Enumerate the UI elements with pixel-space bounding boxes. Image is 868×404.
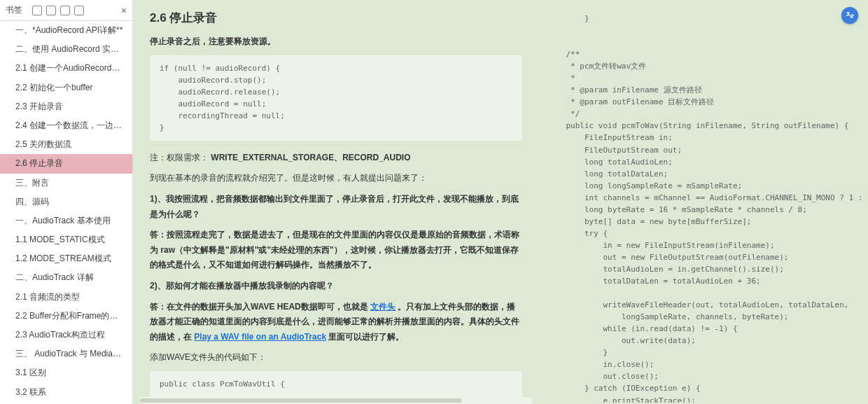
toc-item[interactable]: 二、使用 AudioRecord 实现录音，并...	[0, 40, 132, 59]
a2-pre: 答：在文件的数据开头加入WAVE HEAD数据即可，也就是	[150, 302, 368, 312]
scrollbar-thumb[interactable]	[140, 398, 462, 403]
a2-tail: 里面可以进行了解。	[328, 332, 404, 342]
right-code-column: } /** * pcm文件转wav文件 * * @param inFilenam…	[539, 0, 868, 404]
toc-item[interactable]: 2.2 初始化一个buffer	[0, 78, 132, 97]
perm-prefix: 注：权限需求：	[150, 153, 209, 162]
sidebar-title: 书签	[6, 4, 22, 16]
view-icon-4[interactable]	[74, 6, 84, 15]
answer-2: 答：在文件的数据开头加入WAVE HEAD数据即可，也就是 文件头 。只有加上文…	[150, 300, 522, 345]
toc-item[interactable]: 2.6 停止录音	[0, 154, 132, 173]
toc-item[interactable]: 1.2 MODE_STREAM模式	[0, 249, 132, 268]
translate-floating-button[interactable]	[841, 7, 858, 24]
sidebar-header: 书签 ×	[0, 0, 132, 21]
intro-qa: 到现在基本的录音的流程就介绍完了。但是这时候，有人就提出问题来了：	[150, 171, 522, 186]
toc-item[interactable]: 1.1 MODE_STATIC模式	[0, 230, 132, 249]
toc-item[interactable]: 三、 AudioTrack 与 MediaPlayer 的...	[0, 344, 132, 363]
question-1: 1)、我按照流程，把音频数据都输出到文件里面了，停止录音后，打开此文件，发现不能…	[150, 192, 522, 222]
section-heading: 2.6 停止录音	[150, 10, 522, 26]
add-wave-intro: 添加WAVE文件头的代码如下：	[150, 350, 522, 365]
toc-item[interactable]: 2.1 创建一个AudioRecord对象	[0, 59, 132, 78]
toc-item[interactable]: 3.2 联系	[0, 383, 132, 402]
code-stop-record: if (null != audioRecord) { audioRecord.s…	[150, 55, 522, 141]
article-column: 2.6 停止录音 停止录音之后，注意要释放资源。 if (null != aud…	[133, 0, 539, 404]
toc-item[interactable]: 2.4 创建一个数据流，一边从AudioRe...	[0, 116, 132, 135]
toc-item[interactable]: 二、AudioTrack 详解	[0, 268, 132, 287]
toc-item[interactable]: 3.1 区别	[0, 363, 132, 382]
stop-intro: 停止录音之后，注意要释放资源。	[150, 34, 522, 50]
close-icon[interactable]: ×	[121, 5, 127, 16]
toc-list[interactable]: 一、*AudioRecord API详解**二、使用 AudioRecord 实…	[0, 21, 132, 404]
toc-item[interactable]: 四、源码	[0, 193, 132, 211]
toc-item[interactable]: 2.5 关闭数据流	[0, 135, 132, 154]
toc-item[interactable]: 一、AudioTrack 基本使用	[0, 211, 132, 230]
view-icon-3[interactable]	[60, 6, 70, 15]
code-pcm-to-wav: } /** * pcm文件转wav文件 * * @param inFilenam…	[543, 13, 868, 403]
view-icon-2[interactable]	[46, 6, 56, 15]
horizontal-scrollbar[interactable]	[140, 397, 532, 404]
question-2: 2)、那如何才能在播放器中播放我录制的内容呢？	[150, 279, 522, 294]
toc-item[interactable]: 2.2 Buffer分配和Frame的概念	[0, 307, 132, 326]
sidebar: 书签 × 一、*AudioRecord API详解**二、使用 AudioRec…	[0, 0, 133, 404]
file-header-link[interactable]: 文件头	[370, 302, 396, 312]
toc-item[interactable]: 三、附言	[0, 174, 132, 193]
view-icon-1[interactable]	[32, 6, 42, 15]
toc-item[interactable]: 2.3 开始录音	[0, 97, 132, 116]
perm-names: WRITE_EXTERNAL_STORAGE、RECORD_AUDIO	[211, 153, 410, 162]
perm-note: 注：权限需求： WRITE_EXTERNAL_STORAGE、RECORD_AU…	[150, 151, 522, 166]
sidebar-view-icons	[32, 6, 84, 15]
toc-item[interactable]: 2.3 AudioTrack构造过程	[0, 326, 132, 344]
play-wav-link[interactable]: Play a WAV file on an AudioTrack	[194, 332, 326, 342]
answer-1: 答：按照流程走完了，数据是进去了，但是现在的文件里面的内容仅仅是最原始的音频数据…	[150, 228, 522, 273]
toc-item[interactable]: 2.1 音频流的类型	[0, 288, 132, 307]
toc-item[interactable]: 一、*AudioRecord API详解**	[0, 21, 132, 40]
